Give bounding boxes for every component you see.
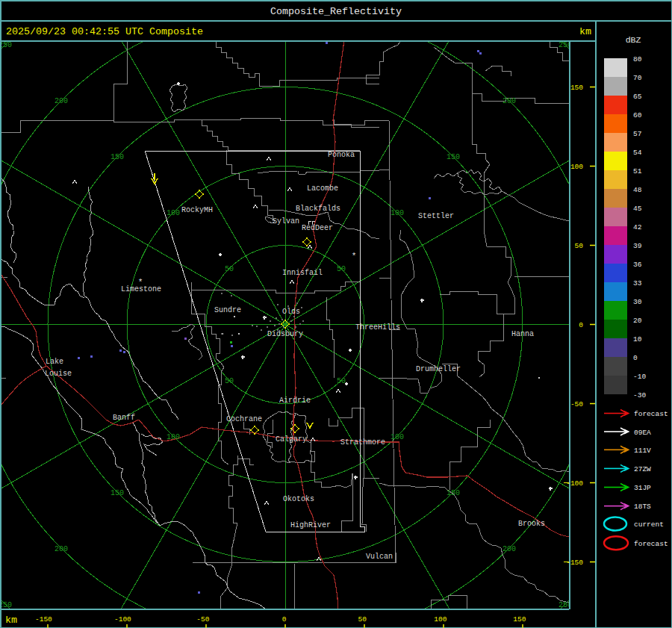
svg-text:Banff: Banff	[113, 414, 135, 422]
svg-text:-10: -10	[633, 373, 646, 381]
svg-text:2025/09/23 00:42:55 UTC Compos: 2025/09/23 00:42:55 UTC Composite	[6, 26, 203, 37]
svg-text:Vulcan: Vulcan	[366, 553, 393, 561]
svg-text:Hanna: Hanna	[511, 330, 534, 338]
svg-text:27ZW: 27ZW	[634, 465, 651, 473]
svg-text:Sundre: Sundre	[214, 306, 241, 314]
svg-text:Strathmore: Strathmore	[340, 438, 385, 447]
svg-text:km: km	[5, 615, 17, 626]
svg-text:current: current	[634, 520, 664, 529]
svg-text:50: 50	[225, 265, 234, 273]
svg-text:Blackfalds: Blackfalds	[296, 205, 340, 213]
svg-text:54: 54	[633, 149, 642, 157]
svg-text:39: 39	[633, 242, 642, 250]
svg-text:RedDeer: RedDeer	[302, 224, 333, 232]
svg-text:31JP: 31JP	[634, 484, 651, 492]
svg-text:50: 50	[358, 615, 367, 624]
svg-text:Olds: Olds	[282, 308, 300, 316]
svg-text:Brooks: Brooks	[518, 520, 545, 528]
svg-text:-100: -100	[114, 615, 131, 624]
svg-text:-50: -50	[196, 615, 209, 624]
svg-text:100: 100	[167, 433, 180, 441]
svg-text:Sylvan: Sylvan	[273, 217, 299, 226]
svg-text:*: *	[352, 252, 357, 261]
svg-text:Innisfail: Innisfail	[282, 269, 323, 277]
svg-text:250: 250	[0, 601, 12, 609]
svg-text:150: 150	[447, 153, 460, 161]
svg-text:Okotoks: Okotoks	[283, 495, 314, 503]
svg-text:Stettler: Stettler	[418, 212, 454, 220]
svg-text:dBZ: dBZ	[626, 35, 641, 45]
svg-text:150: 150	[111, 489, 124, 497]
svg-text:09EA: 09EA	[634, 429, 651, 437]
svg-text:Ponoka: Ponoka	[328, 151, 355, 159]
svg-text:-150: -150	[566, 559, 583, 567]
svg-text:50: 50	[575, 242, 584, 250]
svg-text:km: km	[579, 26, 591, 37]
svg-text:111V: 111V	[634, 447, 651, 455]
svg-text:200: 200	[503, 545, 516, 553]
svg-text:Cochrane: Cochrane	[226, 415, 262, 423]
svg-text:Calgary: Calgary	[276, 435, 307, 444]
svg-text:0: 0	[633, 354, 638, 362]
svg-text:150: 150	[111, 153, 124, 161]
svg-text:70: 70	[633, 74, 642, 82]
svg-text:33: 33	[633, 279, 642, 287]
svg-text:10: 10	[633, 335, 642, 343]
svg-text:30: 30	[633, 298, 642, 306]
svg-text:150: 150	[570, 84, 583, 92]
svg-text:250: 250	[0, 41, 12, 49]
svg-text:200: 200	[55, 97, 68, 105]
svg-text:0: 0	[579, 321, 583, 329]
svg-text:80: 80	[633, 55, 642, 63]
svg-text:51: 51	[633, 167, 642, 175]
svg-text:Composite_Reflectivity: Composite_Reflectivity	[270, 6, 402, 17]
svg-text:36: 36	[633, 261, 642, 269]
svg-text:Airdrie: Airdrie	[279, 397, 311, 405]
svg-text:*: *	[138, 278, 143, 287]
svg-text:-100: -100	[566, 479, 583, 488]
svg-text:65: 65	[633, 93, 642, 101]
svg-text:60: 60	[633, 111, 642, 119]
svg-text:Lacombe: Lacombe	[307, 184, 338, 193]
svg-text:100: 100	[391, 209, 404, 217]
svg-text:200: 200	[55, 545, 68, 553]
svg-text:-30: -30	[633, 391, 646, 400]
svg-text:50: 50	[225, 377, 234, 385]
svg-text:57: 57	[633, 130, 641, 138]
svg-text:100: 100	[391, 433, 404, 441]
svg-text:HighRiver: HighRiver	[290, 521, 331, 529]
svg-text:Lake: Lake	[46, 358, 63, 366]
svg-text:100: 100	[434, 615, 447, 624]
svg-text:RockyMH: RockyMH	[181, 206, 213, 214]
svg-text:forecast: forecast	[634, 540, 668, 548]
svg-text:-150: -150	[35, 615, 52, 624]
svg-text:-50: -50	[570, 400, 583, 408]
svg-text:100: 100	[570, 163, 583, 171]
svg-text:20: 20	[633, 317, 642, 325]
svg-text:forecast: forecast	[634, 410, 668, 418]
svg-text:100: 100	[167, 209, 180, 217]
svg-text:42: 42	[633, 223, 642, 231]
svg-text:Drumheller: Drumheller	[416, 365, 461, 373]
svg-text:Louise: Louise	[45, 370, 72, 378]
svg-text:18TS: 18TS	[634, 503, 651, 511]
svg-text:45: 45	[633, 205, 642, 213]
svg-text:48: 48	[633, 186, 642, 194]
svg-text:200: 200	[503, 97, 516, 105]
svg-text:0: 0	[282, 615, 287, 624]
svg-text:50: 50	[337, 265, 346, 273]
svg-text:150: 150	[513, 615, 526, 624]
svg-text:50: 50	[337, 377, 346, 385]
svg-text:ThreeHills: ThreeHills	[355, 323, 400, 332]
svg-text:150: 150	[447, 489, 460, 497]
